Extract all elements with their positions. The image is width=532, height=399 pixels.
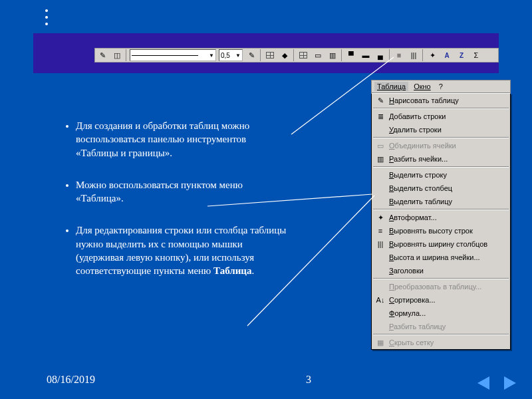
menubar-item[interactable]: Окно bbox=[411, 82, 434, 91]
sort-icon: A↓ bbox=[374, 295, 386, 305]
menu-item: ▭Объединить ячейки bbox=[372, 139, 510, 152]
menu-item: Разбить таблицу bbox=[372, 320, 510, 333]
menu-item-label: Объединить ячейки bbox=[389, 142, 456, 150]
footer-page: 3 bbox=[306, 374, 311, 386]
blank-icon bbox=[374, 265, 386, 276]
menu-item[interactable]: ✦Автоформат... bbox=[372, 211, 510, 224]
menubar-active[interactable]: Таблица bbox=[374, 82, 408, 91]
menu-item[interactable]: Заголовки bbox=[372, 264, 510, 277]
menu-item-label: Выровнять ширину столбцов bbox=[389, 240, 487, 248]
menu-item[interactable]: Формула... bbox=[372, 307, 510, 320]
dist-cols-icon: ||| bbox=[374, 239, 386, 249]
menu-item-label: Выделить таблицу bbox=[389, 198, 452, 205]
menu-item-label: Высота и ширина ячейки... bbox=[389, 253, 480, 261]
decorative-dots bbox=[45, 5, 48, 29]
merge-cells-icon[interactable]: ▭ bbox=[311, 49, 325, 62]
footer-date: 08/16/2019 bbox=[47, 374, 95, 386]
nav-arrows bbox=[477, 376, 516, 390]
menubar-item[interactable]: ? bbox=[436, 82, 446, 91]
menu-item-label: Разбить ячейки... bbox=[389, 155, 448, 163]
next-slide-icon[interactable] bbox=[504, 376, 516, 390]
blank-icon bbox=[374, 183, 386, 194]
grid-icon: ▦ bbox=[374, 337, 386, 348]
split-icon: ▥ bbox=[374, 154, 386, 164]
menu-item[interactable]: ≡Выровнять высоту строк bbox=[372, 224, 510, 237]
menu-item-label: Нарисовать таблицу bbox=[389, 96, 459, 104]
title-band: ✎ ◫ ▼ 0,5 ▼ ✎ ◆ ▭ ▥ ▀ ▬ ▄ ≡ ||| ✦ A Z Σ bbox=[33, 33, 499, 73]
menu-item-label: Преобразовать в таблицу... bbox=[389, 283, 481, 291]
menu-item-label: Заголовки bbox=[389, 267, 424, 275]
insert-table-icon[interactable] bbox=[297, 49, 310, 62]
blank-icon bbox=[374, 124, 386, 135]
bullet-3: Для редактирования строки или столбца та… bbox=[76, 223, 289, 277]
menu-item-label: Разбить таблицу bbox=[389, 323, 446, 331]
blank-icon bbox=[374, 308, 386, 319]
menu-item[interactable]: A↓Сортировка... bbox=[372, 293, 510, 307]
sort-desc-icon[interactable]: Z bbox=[455, 49, 468, 62]
menu-item-label: Выделить столбец bbox=[389, 184, 452, 192]
insert-rows-icon: ≣ bbox=[374, 111, 386, 122]
pencil-icon: ✎ bbox=[374, 95, 386, 106]
menubar: Таблица Окно ? bbox=[371, 80, 511, 93]
eraser-icon[interactable]: ◫ bbox=[110, 49, 124, 62]
dist-rows-icon: ≡ bbox=[374, 225, 386, 236]
blank-icon bbox=[374, 196, 386, 207]
pen-color-icon[interactable]: ✎ bbox=[245, 49, 258, 62]
menu-item[interactable]: Выделить столбец bbox=[372, 182, 510, 195]
menu-item[interactable]: ≣Добавить строки bbox=[372, 110, 510, 123]
menu-item-label: Автоформат... bbox=[389, 213, 437, 221]
bullet-1: Для создания и обработки таблиц можно во… bbox=[76, 119, 289, 160]
dist-rows-icon[interactable]: ≡ bbox=[392, 49, 406, 62]
align-bot-icon[interactable]: ▄ bbox=[374, 49, 387, 62]
borders-icon[interactable] bbox=[263, 49, 277, 62]
table-menu: ✎Нарисовать таблицу≣Добавить строкиУдали… bbox=[371, 93, 511, 350]
sort-asc-icon[interactable]: A bbox=[440, 49, 454, 62]
blank-icon bbox=[374, 321, 386, 332]
align-top-icon[interactable]: ▀ bbox=[344, 49, 358, 62]
menu-item-label: Выделить строку bbox=[389, 171, 447, 179]
menu-item: ▦Скрыть сетку bbox=[372, 336, 510, 349]
blank-icon bbox=[374, 281, 386, 292]
menu-item[interactable]: Удалить строки bbox=[372, 123, 510, 136]
merge-icon: ▭ bbox=[374, 140, 386, 151]
autosum-icon[interactable]: Σ bbox=[469, 49, 483, 62]
menu-item-label: Скрыть сетку bbox=[389, 338, 434, 346]
menu-item[interactable]: Высота и ширина ячейки... bbox=[372, 251, 510, 264]
menu-item-label: Удалить строки bbox=[389, 126, 442, 134]
bullet-2: Можно воспользоваться пунктом меню «Табл… bbox=[76, 178, 289, 205]
menu-item-label: Выровнять высоту строк bbox=[389, 227, 473, 235]
draw-table-icon[interactable]: ✎ bbox=[96, 49, 109, 62]
menu-item[interactable]: ▥Разбить ячейки... bbox=[372, 152, 510, 166]
dist-cols-icon[interactable]: ||| bbox=[407, 49, 420, 62]
tables-borders-toolbar: ✎ ◫ ▼ 0,5 ▼ ✎ ◆ ▭ ▥ ▀ ▬ ▄ ≡ ||| ✦ A Z Σ bbox=[94, 48, 499, 63]
menu-item-label: Сортировка... bbox=[389, 296, 436, 304]
menu-item-label: Формула... bbox=[389, 309, 426, 317]
align-mid-icon[interactable]: ▬ bbox=[359, 49, 372, 62]
bullet-list: Для создания и обработки таблиц можно во… bbox=[49, 119, 289, 296]
blank-icon bbox=[374, 252, 386, 263]
autoformat-icon: ✦ bbox=[374, 212, 386, 223]
menu-item[interactable]: ✎Нарисовать таблицу bbox=[372, 94, 510, 107]
prev-slide-icon[interactable] bbox=[477, 376, 489, 390]
menu-item[interactable]: |||Выровнять ширину столбцов bbox=[372, 237, 510, 251]
split-cells-icon[interactable]: ▥ bbox=[326, 49, 339, 62]
line-width-combo[interactable]: 0,5 ▼ bbox=[219, 49, 243, 61]
line-width-value: 0,5 bbox=[221, 52, 230, 59]
menu-item[interactable]: Выделить строку bbox=[372, 168, 510, 182]
menu-item[interactable]: Выделить таблицу bbox=[372, 195, 510, 208]
blank-icon bbox=[374, 170, 386, 180]
line-style-combo[interactable]: ▼ bbox=[130, 49, 216, 61]
autoformat-icon[interactable]: ✦ bbox=[426, 49, 439, 62]
menu-item-label: Добавить строки bbox=[389, 112, 446, 120]
menu-item: Преобразовать в таблицу... bbox=[372, 280, 510, 293]
fill-color-icon[interactable]: ◆ bbox=[278, 49, 291, 62]
